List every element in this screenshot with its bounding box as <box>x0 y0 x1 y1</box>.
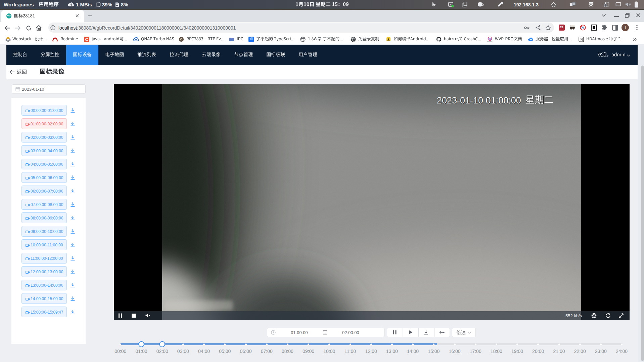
svg-text:C: C <box>85 37 88 42</box>
svg-text:WVP-PRO: WVP-PRO <box>487 41 493 42</box>
